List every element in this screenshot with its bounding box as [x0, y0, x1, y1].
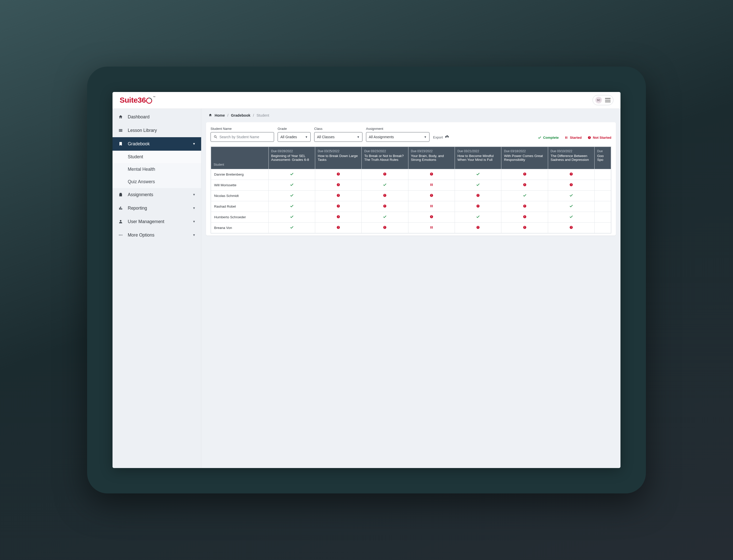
sidebar-item-lesson-library[interactable]: Lesson Library [113, 124, 201, 137]
status-cell[interactable] [455, 190, 501, 201]
status-cell[interactable] [455, 180, 501, 190]
status-not-started-icon [429, 172, 434, 176]
status-cell[interactable] [595, 190, 611, 201]
status-cell[interactable] [315, 212, 362, 222]
search-input-wrap[interactable] [211, 132, 274, 142]
status-cell[interactable] [408, 190, 455, 201]
status-not-started-icon [476, 193, 480, 198]
assignment-select[interactable]: All Assignments ▼ [366, 132, 429, 142]
sidebar-subitem-quiz-answers[interactable]: Quiz Answers [113, 176, 201, 188]
legend-label: Not Started [593, 136, 611, 139]
logo-text-suite: Suite [120, 96, 138, 104]
status-cell[interactable] [408, 222, 455, 233]
logo[interactable]: Suite 36 ™ [120, 96, 155, 104]
status-cell[interactable] [315, 201, 362, 212]
table-row[interactable]: Dannie Breitenberg [211, 169, 611, 180]
status-cell[interactable] [501, 222, 548, 233]
status-cell[interactable] [362, 169, 408, 180]
status-complete-icon [476, 182, 480, 187]
status-cell[interactable] [501, 190, 548, 201]
status-cell[interactable] [315, 190, 362, 201]
status-cell[interactable] [548, 190, 594, 201]
status-cell[interactable] [362, 222, 408, 233]
table-row[interactable]: Will Morissette [211, 180, 611, 190]
status-cell[interactable] [362, 180, 408, 190]
grade-select[interactable]: All Grades ▼ [278, 132, 311, 142]
breadcrumb-home[interactable]: Home [215, 113, 225, 117]
status-cell[interactable] [548, 180, 594, 190]
status-cell[interactable] [408, 180, 455, 190]
student-name-cell[interactable]: Dannie Breitenberg [211, 169, 269, 180]
sidebar-subitem-mental-health[interactable]: Mental Health [113, 163, 201, 176]
status-cell[interactable] [362, 190, 408, 201]
status-cell[interactable] [595, 180, 611, 190]
column-due-date: Due 03/18/2022 [504, 149, 545, 153]
status-cell[interactable] [548, 169, 594, 180]
status-cell[interactable] [269, 169, 315, 180]
status-cell[interactable] [315, 222, 362, 233]
status-cell[interactable] [362, 212, 408, 222]
status-cell[interactable] [455, 212, 501, 222]
status-cell[interactable] [455, 222, 501, 233]
table-head: Student Due 03/28/2022Beginning of Year … [211, 147, 611, 169]
status-cell[interactable] [501, 169, 548, 180]
logo-trademark: ™ [153, 96, 156, 99]
status-cell[interactable] [269, 201, 315, 212]
column-title: The Difference Between Sadness and Depre… [551, 154, 589, 162]
student-name-cell[interactable]: Rashad Robel [211, 201, 269, 212]
status-cell[interactable] [548, 212, 594, 222]
status-cell[interactable] [408, 212, 455, 222]
table-row[interactable]: Humberto Schroeder [211, 212, 611, 222]
status-cell[interactable] [548, 222, 594, 233]
export-button[interactable]: Export [433, 135, 449, 142]
student-name-cell[interactable]: Humberto Schroeder [211, 212, 269, 222]
status-not-started-icon [382, 204, 387, 208]
status-started-icon [429, 182, 434, 187]
status-cell[interactable] [595, 212, 611, 222]
sidebar-item-reporting[interactable]: Reporting ▼ [113, 201, 201, 215]
legend-not-started: Not Started [587, 136, 611, 140]
status-cell[interactable] [455, 201, 501, 212]
status-cell[interactable] [315, 180, 362, 190]
status-cell[interactable] [269, 180, 315, 190]
student-name-cell[interactable]: Breana Von [211, 222, 269, 233]
table-row[interactable]: Nicolas Schmidt [211, 190, 611, 201]
sidebar-subitem-student[interactable]: Student [113, 151, 201, 163]
filters-row: Student Name Grade All Grade [211, 127, 611, 142]
student-name-cell[interactable]: Will Morissette [211, 180, 269, 190]
sidebar-item-more-options[interactable]: More Options ▼ [113, 228, 201, 242]
sidebar-item-assignments[interactable]: Assignments ▼ [113, 188, 201, 201]
status-cell[interactable] [595, 169, 611, 180]
status-cell[interactable] [595, 201, 611, 212]
breadcrumb-gradebook[interactable]: Gradebook [231, 113, 251, 117]
status-cell[interactable] [455, 169, 501, 180]
svg-rect-52 [385, 205, 385, 206]
user-menu[interactable]: SC [592, 95, 613, 105]
status-cell[interactable] [595, 222, 611, 233]
student-name-cell[interactable]: Nicolas Schmidt [211, 190, 269, 201]
status-cell[interactable] [269, 212, 315, 222]
status-cell[interactable] [362, 201, 408, 212]
status-cell[interactable] [269, 222, 315, 233]
search-input[interactable] [220, 135, 271, 139]
status-cell[interactable] [501, 180, 548, 190]
svg-rect-31 [524, 184, 525, 185]
status-cell[interactable] [315, 169, 362, 180]
status-cell[interactable] [548, 201, 594, 212]
table-row[interactable]: Breana Von [211, 222, 611, 233]
status-cell[interactable] [501, 201, 548, 212]
grade-table-wrap[interactable]: Student Due 03/28/2022Beginning of Year … [211, 146, 611, 234]
table-row[interactable]: Rashad Robel [211, 201, 611, 212]
status-cell[interactable] [408, 201, 455, 212]
legend-complete: Complete [537, 136, 559, 140]
svg-point-1 [120, 235, 121, 236]
status-not-started-icon [522, 182, 527, 187]
status-cell[interactable] [408, 169, 455, 180]
breadcrumb-current: Student [257, 113, 269, 117]
sidebar-item-gradebook[interactable]: Gradebook ▼ [113, 137, 201, 151]
status-cell[interactable] [501, 212, 548, 222]
sidebar-item-dashboard[interactable]: Dashboard [113, 110, 201, 124]
sidebar-item-user-management[interactable]: User Management ▼ [113, 215, 201, 228]
class-select[interactable]: All Classes ▼ [314, 132, 363, 142]
status-cell[interactable] [269, 190, 315, 201]
